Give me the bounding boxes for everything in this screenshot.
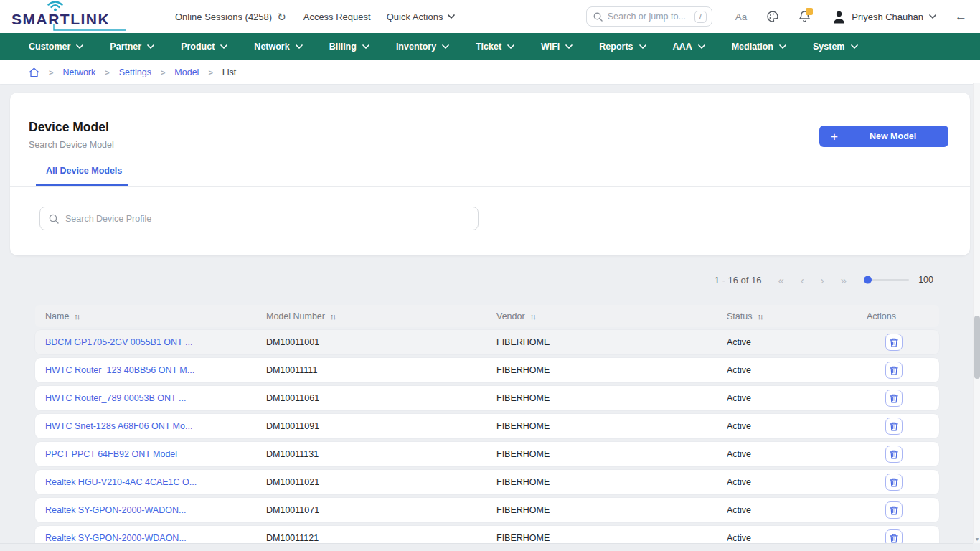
nav-item-reports[interactable]: Reports [599,42,646,52]
slider-track[interactable] [864,279,909,281]
nav-item-label: WiFi [541,42,560,52]
nav-item-mediation[interactable]: Mediation [732,42,786,52]
nav-item-network[interactable]: Network [254,42,302,52]
logo-text: SMARTLINK [11,11,110,28]
search-placeholder: Search or jump to... [608,11,694,22]
delete-button[interactable] [885,418,903,435]
breadcrumb-separator: > [208,68,212,77]
nav-item-customer[interactable]: Customer [29,42,83,52]
model-name-link[interactable]: HWTC Snet-128s A68F06 ONT Mo... [45,421,192,431]
trash-icon [890,422,898,431]
smartlink-logo[interactable]: SMARTLINK [10,1,131,32]
chevron-down-icon [507,44,514,49]
model-name-link[interactable]: HWTC Router_123 40BB56 ONT M... [45,365,194,375]
vendor-cell: FIBERHOME [496,505,727,515]
online-sessions[interactable]: Online Sessions (4258) ↻ [175,11,286,22]
device-profile-search-input[interactable]: Search Device Profile [39,207,479,230]
breadcrumb-link-model[interactable]: Model [174,67,199,77]
online-sessions-label: Online Sessions (4258) [175,11,272,22]
nav-item-label: AAA [673,42,692,52]
tab-all-device-models[interactable]: All Device Models [36,166,128,186]
sort-icon[interactable]: ↑↓ [530,312,535,321]
nav-item-inventory[interactable]: Inventory [396,42,449,52]
table-row[interactable]: BDCM GP1705-2GV 0055B1 ONT ... DM1001100… [35,330,939,354]
back-arrow-button[interactable]: ← [955,9,967,24]
quick-actions-menu[interactable]: Quick Actions [387,11,456,22]
access-request-link[interactable]: Access Request [303,11,371,22]
page-size-slider[interactable]: 100 [864,275,933,285]
table-row[interactable]: Realtek HGU-V210-4AC 4CAE1C O... DM10011… [35,470,939,494]
chevron-down-icon [296,44,303,49]
table-header: Name ↑↓ Model Number ↑↓ Vendor ↑↓ Status… [35,305,939,327]
delete-button[interactable] [885,390,903,407]
avatar [832,10,846,24]
home-icon[interactable] [29,67,39,77]
sort-icon[interactable]: ↑↓ [74,312,79,321]
model-name-link[interactable]: HWTC Router_789 00053B ONT ... [45,393,186,403]
last-page-button[interactable]: » [841,275,847,286]
new-model-button[interactable]: + New Model [819,126,948,147]
status-cell: Active [727,477,867,487]
next-page-button[interactable]: › [821,275,824,286]
model-name-link[interactable]: Realtek HGU-V210-4AC 4CAE1C O... [45,477,197,487]
delete-button[interactable] [885,501,903,519]
model-name-link[interactable]: Realtek SY-GPON-2000-WDAON... [45,533,187,543]
text-size-toggle[interactable]: Aa [735,11,748,22]
global-search-input[interactable]: Search or jump to... / [586,6,712,27]
chevron-down-icon [147,44,154,49]
refresh-icon[interactable]: ↻ [277,11,286,22]
scrollbar-thumb[interactable] [974,316,980,379]
table-row[interactable]: HWTC Router_789 00053B ONT ... DM1001106… [35,386,939,410]
model-number-cell: DM10011131 [266,449,496,459]
user-name: Priyesh Chauhan [852,11,923,22]
pagination: 1 - 16 of 16 « ‹ › » 100 [10,273,933,287]
nav-item-label: Product [181,42,215,52]
breadcrumb-link-network[interactable]: Network [62,67,95,77]
vendor-cell: FIBERHOME [496,365,727,375]
nav-item-label: Inventory [396,42,436,52]
table-row[interactable]: Realtek SY-GPON-2000-WADON... DM10011071… [35,498,939,522]
page-subtitle: Search Device Model [29,140,114,150]
chevron-down-icon [639,44,646,49]
model-name-link[interactable]: Realtek SY-GPON-2000-WADON... [45,505,186,515]
table-row[interactable]: PPCT PPCT 64FB92 ONT Model DM10011131 FI… [35,442,939,466]
sort-icon[interactable]: ↑↓ [330,312,335,321]
vertical-scrollbar[interactable]: ▼ [973,83,980,543]
status-cell: Active [727,449,867,459]
notifications-button[interactable] [798,10,811,23]
table-row[interactable]: HWTC Router_123 40BB56 ONT M... DM100111… [35,358,939,382]
delete-button[interactable] [885,334,903,351]
first-page-button[interactable]: « [778,275,783,286]
nav-item-wifi[interactable]: WiFi [541,42,573,52]
model-number-cell: DM10011001 [266,337,496,347]
nav-item-partner[interactable]: Partner [110,42,154,52]
column-header-name: Name ↑↓ [35,311,266,321]
breadcrumb-link-settings[interactable]: Settings [119,67,151,77]
model-name-link[interactable]: PPCT PPCT 64FB92 ONT Model [45,449,177,459]
chevron-down-icon [779,44,786,49]
theme-palette-button[interactable] [766,10,779,23]
page-content: Device Model Search Device Model + New M… [0,84,980,550]
table-row[interactable]: HWTC Snet-128s A68F06 ONT Mo... DM100110… [35,414,939,438]
sort-icon[interactable]: ↑↓ [757,312,762,321]
horizontal-scrollbar[interactable] [0,543,973,551]
user-menu[interactable]: Priyesh Chauhan [832,10,936,24]
nav-item-product[interactable]: Product [181,42,227,52]
model-name-link[interactable]: BDCM GP1705-2GV 0055B1 ONT ... [45,337,192,347]
nav-item-aaa[interactable]: AAA [673,42,705,52]
nav-item-ticket[interactable]: Ticket [476,42,514,52]
delete-button[interactable] [885,362,903,379]
chevron-down-icon [220,44,227,49]
chevron-down-icon [448,14,455,19]
nav-item-billing[interactable]: Billing [329,42,369,52]
chevron-down-icon [851,44,858,49]
notification-badge [806,8,813,15]
nav-item-system[interactable]: System [813,42,857,52]
delete-button[interactable] [885,446,903,463]
slider-knob[interactable] [864,276,872,284]
status-cell: Active [727,421,867,431]
prev-page-button[interactable]: ‹ [801,275,804,286]
delete-button[interactable] [885,474,903,491]
model-number-cell: DM10011071 [266,505,496,515]
scroll-down-arrow[interactable]: ▼ [974,537,980,542]
